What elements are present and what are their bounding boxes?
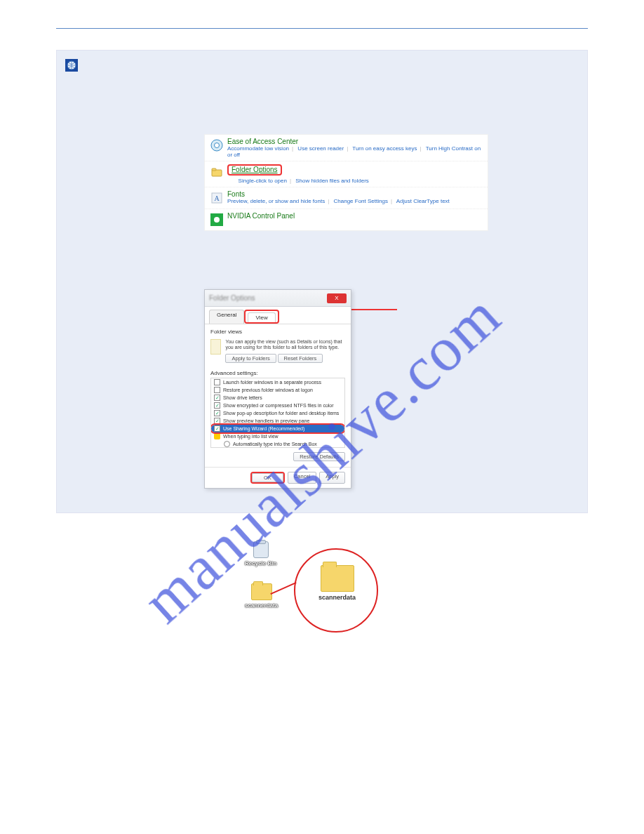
svg-text:A: A [214, 194, 220, 202]
desktop-folder-callout: scannerdata [318, 565, 356, 601]
warn-icon [214, 433, 220, 439]
folder-label: scannerdata [245, 602, 278, 609]
svg-point-2 [215, 143, 220, 148]
figure-desktop-fragment: Recycle Bin scannerdata scannerdata [217, 541, 427, 640]
cp-link[interactable]: Single-click to open [239, 178, 287, 184]
recycle-bin-icon [253, 541, 269, 558]
svg-rect-4 [212, 168, 216, 171]
folder-views-panel: You can apply the view (such as Details … [210, 336, 345, 367]
folder-views-desc: You can apply the view (such as Details … [225, 339, 345, 351]
advanced-settings-label: Advanced settings: [210, 370, 345, 376]
control-panel-list: Ease of Access Center Accommodate low vi… [204, 134, 488, 231]
apply-button[interactable]: Apply [319, 472, 345, 484]
advanced-settings-list[interactable]: Launch folder windows in a separate proc… [210, 378, 345, 448]
desktop-recycle-bin[interactable]: Recycle Bin [245, 541, 276, 567]
adv-item[interactable]: Show preview handlers in preview pane [211, 417, 344, 425]
cp-link[interactable]: Change Font Settings [334, 198, 388, 204]
recycle-bin-label: Recycle Bin [245, 560, 276, 567]
folder-label-big: scannerdata [318, 594, 356, 601]
adv-item-group: When typing into list view [211, 432, 344, 440]
cp-row-nvidia[interactable]: NVIDIA Control Panel [205, 209, 488, 230]
adv-item[interactable]: Show pop-up description for folder and d… [211, 409, 344, 417]
cp-title: Fonts [227, 190, 483, 198]
ease-of-access-icon [209, 138, 224, 153]
adv-item[interactable]: Launch folder windows in a separate proc… [211, 378, 344, 386]
nvidia-icon [209, 212, 224, 227]
folder-icon [321, 565, 354, 592]
figure-area-1: Ease of Access Center Accommodate low vi… [56, 50, 588, 513]
dialog-title-text: Folder Options [209, 294, 255, 302]
cp-row-folder-options[interactable]: Folder Options pad Single-click to open|… [205, 161, 488, 187]
cp-sublinks: Accommodate low vision| Use screen reade… [227, 145, 483, 158]
folder-options-icon [209, 164, 224, 180]
ok-button[interactable]: OK [252, 473, 283, 482]
cp-sublinks: Preview, delete, or show and hide fonts|… [227, 198, 483, 204]
cp-title: NVIDIA Control Panel [227, 212, 483, 220]
folder-views-label: Folder views [210, 329, 345, 335]
desktop-folder-small[interactable]: scannerdata [245, 583, 278, 609]
adv-item[interactable]: Restore previous folder windows at logon [211, 386, 344, 394]
adv-item[interactable]: Show drive letters [211, 394, 344, 402]
dialog-footer: OK Cancel Apply [205, 467, 351, 488]
cp-title: Ease of Access Center [227, 138, 483, 145]
tab-view-annotation: View [244, 310, 279, 324]
apply-to-folders-button[interactable]: Apply to Folders [225, 354, 276, 363]
cp-link[interactable]: Show hidden files and folders [295, 178, 369, 184]
close-button[interactable]: X [327, 293, 347, 303]
restore-defaults-button[interactable]: Restore Defaults [293, 452, 345, 461]
adv-item[interactable]: Automatically type into the Search Box [211, 440, 344, 448]
folder-options-dialog: Folder Options X General View Folder vie… [204, 289, 351, 489]
tab-view[interactable]: View [248, 312, 275, 322]
cp-sublinks: pad Single-click to open| Show hidden fi… [227, 178, 483, 184]
dialog-tabs: General View [205, 307, 351, 324]
cp-row-ease-of-access[interactable]: Ease of Access Center Accommodate low vi… [205, 135, 488, 161]
cp-link[interactable]: Turn on easy access keys [352, 145, 417, 152]
tab-general[interactable]: General [209, 310, 244, 324]
folder-icon [251, 583, 272, 600]
adv-item-sharing-wizard[interactable]: Use Sharing Wizard (Recommended) [211, 425, 344, 432]
cp-row-fonts[interactable]: A Fonts Preview, delete, or show and hid… [205, 187, 488, 209]
globe-icon [65, 59, 78, 72]
cp-link[interactable]: Use screen reader [297, 145, 344, 152]
cp-title-highlighted: Folder Options [227, 164, 483, 176]
cancel-button[interactable]: Cancel [288, 472, 316, 484]
adv-item[interactable]: Show encrypted or compressed NTFS files … [211, 402, 344, 409]
fonts-icon: A [209, 190, 224, 206]
dialog-titlebar: Folder Options X [205, 290, 351, 307]
cp-link[interactable]: Adjust ClearType text [396, 198, 450, 204]
folder-views-icon [210, 339, 221, 355]
cp-link[interactable]: Accommodate low vision [227, 145, 289, 152]
reset-folders-button[interactable]: Reset Folders [278, 354, 323, 363]
page-divider [56, 28, 588, 29]
svg-point-8 [214, 217, 220, 223]
cp-link[interactable]: Preview, delete, or show and hide fonts [227, 198, 325, 204]
